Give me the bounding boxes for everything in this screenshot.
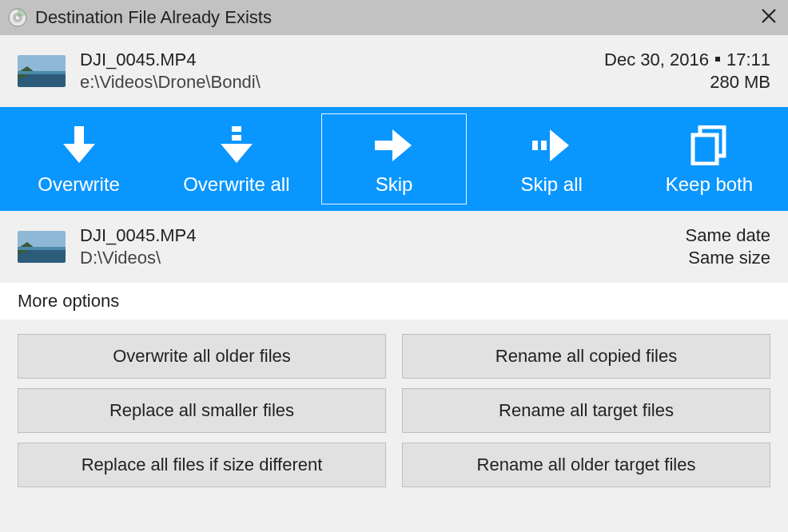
destination-file-meta: Same date Same size [686,225,770,268]
svg-rect-8 [232,135,241,141]
more-options-header: More options [0,283,788,320]
copy-icon [690,122,727,169]
rename-copied-button[interactable]: Rename all copied files [402,334,770,379]
skip-all-label: Skip all [521,173,583,196]
svg-rect-6 [18,71,66,74]
source-filename: DJI_0045.MP4 [80,50,590,70]
replace-smaller-button[interactable]: Replace all smaller files [18,388,386,433]
arrow-down-icon [60,122,98,169]
keep-both-label: Keep both [666,173,753,196]
overwrite-all-button[interactable]: Overwrite all [157,107,315,211]
destination-thumbnail [18,231,66,263]
overwrite-button[interactable]: Overwrite [0,107,157,211]
destination-date-compare: Same date [686,225,770,246]
source-date: Dec 30, 2016 [604,50,709,69]
destination-filename: DJI_0045.MP4 [80,225,671,246]
arrow-right-icon [373,122,415,169]
replace-diff-size-button[interactable]: Replace all files if size different [18,443,386,487]
destination-path: D:\Videos\ [80,248,671,268]
svg-rect-13 [693,135,717,164]
dot-separator-icon [715,57,720,62]
source-datetime: Dec 30, 201617:11 [604,50,770,70]
skip-label: Skip [376,173,413,196]
action-bar: Overwrite Overwrite all Skip [0,107,788,211]
more-options-grid: Overwrite all older files Rename all cop… [0,320,788,505]
titlebar: Destination File Already Exists [0,0,788,35]
overwrite-all-label: Overwrite all [183,173,289,196]
source-path: e:\Videos\Drone\Bondi\ [80,72,590,93]
rename-target-button[interactable]: Rename all target files [402,388,770,433]
svg-rect-17 [18,247,66,250]
source-file-meta: Dec 30, 201617:11 280 MB [604,50,770,93]
overwrite-older-button[interactable]: Overwrite all older files [18,334,386,379]
arrow-right-dashed-icon [531,122,572,169]
svg-rect-9 [532,141,538,150]
source-time: 17:11 [726,50,770,69]
rename-older-target-button[interactable]: Rename all older target files [402,443,770,487]
destination-size-compare: Same size [686,248,770,268]
source-thumbnail [18,55,66,87]
close-button[interactable] [745,8,777,27]
arrow-down-dashed-icon [217,122,256,169]
svg-rect-10 [541,141,547,150]
destination-file-info: DJI_0045.MP4 D:\Videos\ [80,225,671,268]
skip-all-button[interactable]: Skip all [473,107,631,211]
svg-rect-11 [550,141,551,150]
window-title: Destination File Already Exists [35,7,745,28]
app-icon [8,8,27,27]
dialog-window: Destination File Already Exists DJI_0045… [0,0,788,532]
keep-both-button[interactable]: Keep both [631,107,788,211]
destination-file-row: DJI_0045.MP4 D:\Videos\ Same date Same s… [0,211,788,283]
skip-button[interactable]: Skip [315,107,472,211]
source-size: 280 MB [604,72,770,93]
overwrite-label: Overwrite [38,173,120,196]
svg-rect-7 [232,126,241,132]
source-file-row: DJI_0045.MP4 e:\Videos\Drone\Bondi\ Dec … [0,35,788,107]
source-file-info: DJI_0045.MP4 e:\Videos\Drone\Bondi\ [80,50,590,93]
